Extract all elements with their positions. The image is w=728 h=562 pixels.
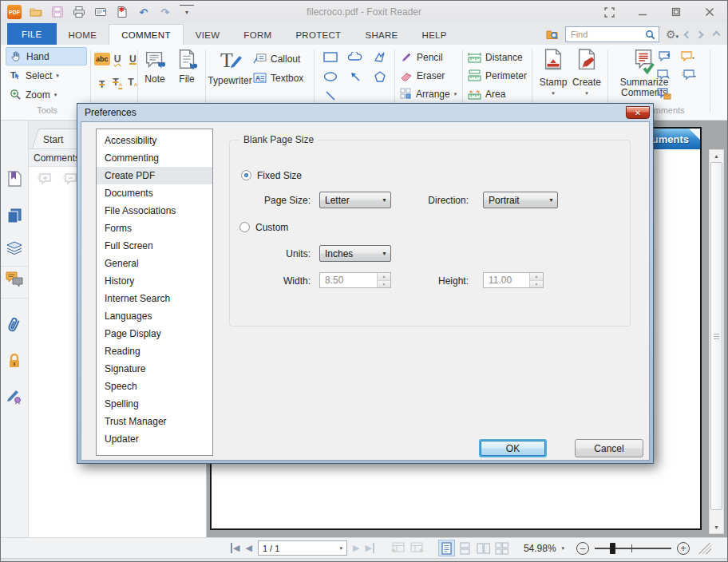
close-icon[interactable] [703,6,716,18]
layers-panel-icon[interactable] [6,239,23,256]
pages-panel-icon[interactable] [6,207,23,224]
list-item[interactable]: Commenting [97,149,212,167]
last-page-button[interactable]: ▶ [365,543,374,553]
oval-icon[interactable] [323,72,338,81]
height-spin-up-icon[interactable]: ▲ [530,273,543,281]
prev-result-icon[interactable] [684,30,692,38]
bookmarks-panel-icon[interactable] [6,170,23,188]
height-spinner[interactable]: 11.00 ▲▼ [483,272,544,288]
width-spin-down-icon[interactable]: ▼ [378,281,390,288]
fullscreen-icon[interactable] [603,6,615,18]
previous-page-button[interactable]: ◀ [245,543,251,553]
email-comment-icon[interactable] [657,88,673,100]
stamp-button[interactable]: Stamp ▾ [536,48,571,97]
expand-comments-icon[interactable] [37,173,51,185]
list-item[interactable]: History [97,272,212,290]
next-view-icon[interactable] [410,542,425,554]
create-stamp-button[interactable]: Create ▾ [569,48,604,97]
list-item[interactable]: Documents [97,184,212,202]
previous-view-icon[interactable] [390,542,405,554]
forward-comment-icon[interactable] [657,69,673,81]
comments-list-icon[interactable] [681,69,697,81]
print-icon[interactable] [72,5,86,19]
list-item[interactable]: Accessibility [97,132,212,149]
dialog-close-icon[interactable]: ✕ [626,106,650,119]
tab-home[interactable]: HOME [57,25,109,45]
area-button[interactable]: Area [468,88,527,100]
preferences-category-list[interactable]: Accessibility Commenting Create PDF Docu… [96,129,213,456]
direction-select[interactable]: Portrait ▼ [483,192,558,208]
collapse-ribbon-icon[interactable] [713,30,721,38]
collapse-comments-icon[interactable] [62,173,77,185]
create-blank-pdf-icon[interactable]: ✱ [115,5,129,19]
zoom-slider-thumb[interactable] [610,543,615,554]
list-item[interactable]: Signature [97,360,212,378]
list-item[interactable]: Page Display [97,325,212,342]
tab-protect[interactable]: PROTECT [283,25,353,45]
textbox-button[interactable]: A Textbox [253,72,303,84]
page-number-combo[interactable]: 1 / 1 ▾ [258,540,347,556]
units-select[interactable]: Inches ▼ [319,245,391,262]
list-item[interactable]: Forms [97,220,212,237]
next-result-icon[interactable] [696,30,704,38]
list-item[interactable]: Spelling [97,395,212,413]
list-item[interactable]: General [97,255,212,272]
list-item[interactable]: Trust Manager [97,413,212,430]
open-icon[interactable] [29,5,43,19]
insert-text-icon[interactable]: T^ [128,77,137,92]
minimize-icon[interactable] [636,6,649,18]
list-item[interactable]: File Associations [97,202,212,220]
attachments-panel-icon[interactable] [6,316,23,334]
facing-layout-icon[interactable] [475,540,492,556]
height-spin-down-icon[interactable]: ▼ [530,281,543,288]
restore-icon[interactable] [670,6,682,18]
tab-view[interactable]: VIEW [184,25,232,45]
next-page-button[interactable]: ▶ [353,543,359,553]
typewriter-button[interactable]: T Typewriter [207,48,253,86]
zoom-dropdown-icon[interactable]: ▾ [562,545,565,552]
list-item[interactable]: Languages [97,307,212,325]
tab-form[interactable]: FORM [231,25,283,45]
search-folder-icon[interactable] [546,28,559,41]
strikeout-icon[interactable]: T [99,79,105,90]
fixed-size-label[interactable]: Fixed Size [257,170,302,181]
select-tool-button[interactable]: T Select▾ [6,66,87,85]
pencil-button[interactable]: Pencil [400,51,457,64]
highlight-icon[interactable]: abc [94,53,110,65]
continuous-facing-layout-icon[interactable] [493,540,510,556]
list-item[interactable]: Internet Search [97,290,212,307]
undo-icon[interactable]: ↶ [136,5,151,19]
fixed-size-radio[interactable] [241,170,251,180]
tab-file[interactable]: FILE [7,23,57,45]
scroll-up-icon[interactable]: ▲ [714,150,719,162]
hand-tool-button[interactable]: Hand [6,47,87,65]
foxit-logo-icon[interactable]: PDF [7,5,22,19]
rectangle-icon[interactable] [323,52,338,62]
comments-panel-icon[interactable] [6,271,23,288]
single-page-layout-icon[interactable] [438,540,455,556]
scrollbar-thumb[interactable] [710,162,722,510]
callout-button[interactable]: Callout [253,53,303,65]
customize-qat-dropdown-icon[interactable]: ▾ [180,5,194,19]
underline-icon[interactable]: U [129,53,136,65]
ok-button[interactable]: OK [479,439,547,457]
width-spinner[interactable]: 8.50 ▲▼ [319,272,391,288]
perimeter-button[interactable]: Perimeter [468,69,527,81]
custom-radio[interactable] [239,222,250,232]
list-item[interactable]: Full Screen [97,237,212,255]
scroll-down-icon[interactable]: ▼ [714,521,719,533]
polyline-icon[interactable] [374,51,386,63]
redo-icon[interactable]: ↷ [158,5,172,19]
page-size-select[interactable]: Letter ▼ [319,192,391,208]
tab-share[interactable]: SHARE [353,25,410,45]
arrow-icon[interactable] [350,71,361,82]
replace-text-icon[interactable]: T^ [113,77,122,92]
width-spin-up-icon[interactable]: ▲ [378,273,390,281]
line-icon[interactable] [325,90,336,101]
cancel-button[interactable]: Cancel [575,439,643,457]
first-page-button[interactable]: ◀ [231,543,239,553]
reply-comment-icon[interactable] [657,51,673,63]
cloud-icon[interactable] [347,52,362,62]
zoom-tool-button[interactable]: Zoom▾ [6,85,87,104]
distance-button[interactable]: Distance [468,51,527,63]
